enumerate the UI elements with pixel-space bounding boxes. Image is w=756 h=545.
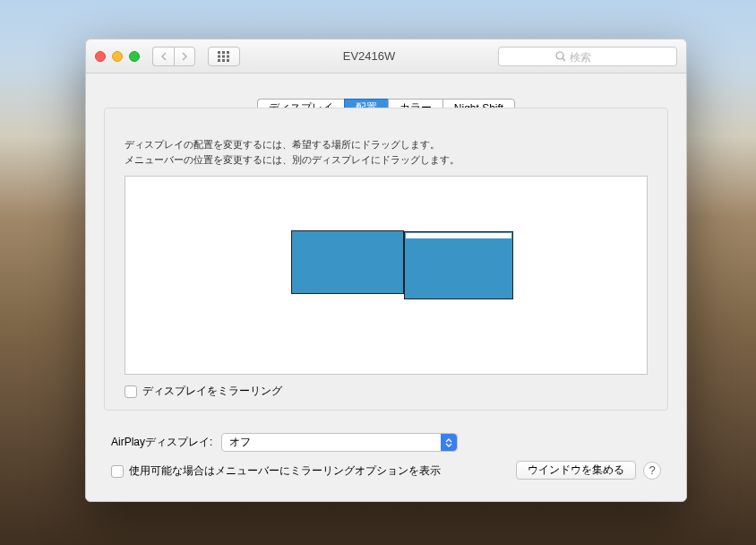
search-icon (555, 51, 566, 65)
minimize-button[interactable] (112, 51, 123, 62)
chevron-left-icon (160, 52, 168, 61)
svg-rect-6 (218, 59, 220, 62)
svg-rect-2 (227, 51, 229, 54)
forward-button[interactable] (174, 47, 195, 66)
svg-rect-8 (227, 59, 229, 62)
show-all-button[interactable] (208, 47, 240, 66)
search-wrapper: 検索 (498, 47, 677, 66)
svg-rect-0 (218, 51, 220, 54)
preferences-window: EV2416W 検索 ディスプレイ 配置 カラー Night Shift ディス… (85, 39, 687, 502)
svg-rect-4 (222, 55, 225, 57)
close-button[interactable] (95, 51, 106, 62)
mirror-row: ディスプレイをミラーリング (125, 384, 648, 399)
show-mirroring-row: 使用可能な場合はメニューバーにミラーリングオプションを表示 (111, 463, 441, 479)
chevron-right-icon (181, 52, 188, 61)
grid-icon (218, 51, 230, 62)
svg-line-10 (563, 58, 565, 61)
mirror-label: ディスプレイをミラーリング (142, 384, 282, 399)
svg-rect-5 (227, 55, 229, 57)
show-mirroring-checkbox[interactable] (111, 465, 124, 478)
instruction-line-1: ディスプレイの配置を変更するには、希望する場所にドラッグします。 (125, 137, 648, 152)
arrangement-canvas[interactable] (125, 176, 648, 375)
content-area: ディスプレイ 配置 カラー Night Shift ディスプレイの配置を変更する… (86, 74, 686, 501)
instruction-line-2: メニューバーの位置を変更するには、別のディスプレイにドラッグします。 (125, 152, 648, 168)
svg-point-9 (556, 52, 563, 59)
select-stepper-icon (441, 434, 457, 451)
help-button[interactable]: ? (643, 462, 661, 480)
titlebar: EV2416W 検索 (86, 39, 686, 74)
back-button[interactable] (152, 47, 174, 66)
svg-rect-3 (218, 55, 220, 57)
window-title: EV2416W (247, 49, 491, 63)
help-icon: ? (649, 463, 655, 477)
right-group: ウインドウを集める ? (516, 461, 661, 480)
show-mirroring-label: 使用可能な場合はメニューバーにミラーリングオプションを表示 (129, 463, 441, 479)
display-primary[interactable] (291, 230, 404, 294)
menubar-indicator[interactable] (406, 233, 511, 238)
svg-rect-1 (222, 51, 225, 54)
search-input[interactable] (498, 47, 677, 66)
traffic-lights (95, 51, 140, 62)
instructions: ディスプレイの配置を変更するには、希望する場所にドラッグします。 メニューバーの… (125, 137, 648, 167)
gather-windows-button[interactable]: ウインドウを集める (516, 461, 636, 480)
mirror-checkbox[interactable] (125, 385, 137, 398)
bottom-area: AirPlayディスプレイ: オフ 使用可能な場合はメニューバーにミラーリングオ… (86, 433, 686, 497)
svg-rect-7 (222, 59, 225, 62)
airplay-select[interactable]: オフ (221, 433, 458, 452)
arrangement-panel: ディスプレイの配置を変更するには、希望する場所にドラッグします。 メニューバーの… (104, 108, 668, 411)
nav-buttons (152, 47, 195, 66)
zoom-button[interactable] (129, 51, 140, 62)
last-row: 使用可能な場合はメニューバーにミラーリングオプションを表示 ウインドウを集める … (111, 461, 661, 480)
airplay-row: AirPlayディスプレイ: オフ (111, 433, 661, 452)
airplay-value: オフ (229, 435, 251, 450)
display-secondary[interactable] (404, 231, 513, 299)
airplay-label: AirPlayディスプレイ: (111, 435, 212, 450)
